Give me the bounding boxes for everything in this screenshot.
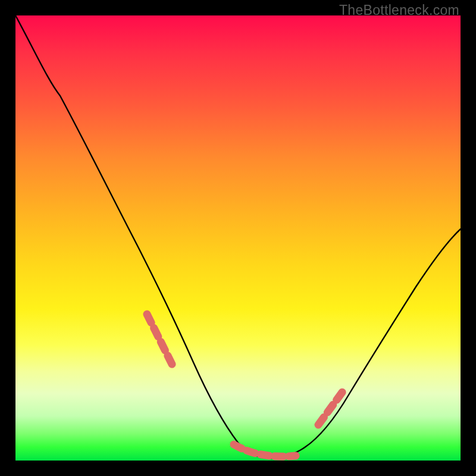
plot-area: [15, 15, 461, 461]
curve-path: [15, 15, 461, 458]
dash-segment-mid: [234, 444, 296, 456]
watermark-text: TheBottleneck.com: [339, 2, 459, 18]
dash-segment-right: [318, 392, 343, 425]
dash-segment-left: [147, 314, 173, 367]
chart-frame: TheBottleneck.com: [0, 0, 476, 476]
bottleneck-curve: [15, 15, 461, 461]
